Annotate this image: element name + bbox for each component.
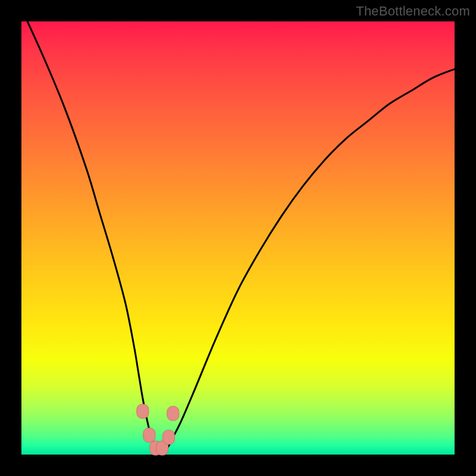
plot-area: [21, 21, 455, 455]
curve-marker: [137, 404, 149, 418]
curve-marker: [143, 428, 155, 442]
bottleneck-curve: [21, 8, 455, 450]
outer-frame: TheBottleneck.com: [0, 0, 476, 476]
chart-svg: [21, 21, 455, 455]
watermark-text: TheBottleneck.com: [356, 4, 470, 19]
curve-marker: [167, 406, 179, 421]
marker-group: [137, 404, 179, 455]
curve-marker: [163, 430, 175, 444]
